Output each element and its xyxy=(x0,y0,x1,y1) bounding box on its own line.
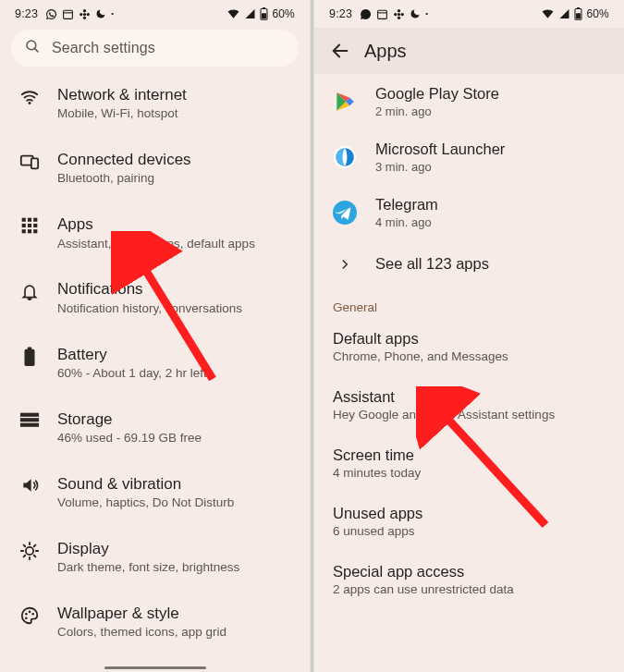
svg-point-46 xyxy=(398,16,400,18)
section-general-label: General xyxy=(314,287,624,318)
row-sub: Notification history, conversations xyxy=(57,301,293,317)
row-sub: 4 minutes today xyxy=(333,466,606,480)
whatsapp-icon xyxy=(45,8,57,20)
svg-rect-25 xyxy=(28,347,32,349)
row-sub: Colors, themed icons, app grid xyxy=(57,625,293,641)
devices-icon xyxy=(17,152,43,172)
settings-item-sound[interactable]: Sound & vibration Volume, haptics, Do No… xyxy=(0,461,310,526)
header-title: Apps xyxy=(364,41,407,62)
status-time: 9:23 xyxy=(329,7,352,20)
app-name: Google Play Store xyxy=(375,85,607,103)
svg-point-41 xyxy=(25,617,28,619)
settings-item-apps[interactable]: Apps Assistant, recent apps, default app… xyxy=(0,202,310,266)
svg-rect-26 xyxy=(20,412,39,416)
row-sub: 60% - About 1 day, 2 hr left xyxy=(57,366,293,382)
wifi-icon xyxy=(541,8,555,19)
whatsapp-icon xyxy=(360,8,372,20)
svg-point-47 xyxy=(394,12,397,15)
general-default-apps[interactable]: Default apps Chrome, Phone, and Messages xyxy=(314,318,624,376)
app-sub: 2 min. ago xyxy=(375,104,607,118)
svg-rect-16 xyxy=(28,218,31,222)
svg-rect-8 xyxy=(263,7,265,9)
svg-point-12 xyxy=(29,102,31,104)
battery-percent: 60% xyxy=(272,7,295,20)
app-sub: 3 min. ago xyxy=(375,160,607,174)
row-sub: Assistant, recent apps, default apps xyxy=(57,237,293,252)
see-all-apps[interactable]: See all 123 apps xyxy=(314,240,624,287)
search-settings[interactable]: Search settings xyxy=(11,30,299,67)
row-title: Notifications xyxy=(57,279,293,299)
nav-indicator xyxy=(104,666,206,669)
svg-line-34 xyxy=(24,544,26,546)
row-title: Sound & vibration xyxy=(57,474,293,494)
svg-rect-23 xyxy=(33,229,37,233)
svg-rect-50 xyxy=(577,7,580,9)
row-sub: Mobile, Wi-Fi, hotspot xyxy=(57,106,293,122)
svg-rect-22 xyxy=(28,229,31,233)
status-bar: 9:23 • 60% xyxy=(314,0,624,28)
general-screen-time[interactable]: Screen time 4 minutes today xyxy=(314,434,624,493)
row-sub: Dark theme, font size, brightness xyxy=(57,560,293,576)
battery-percent: 60% xyxy=(586,7,609,20)
row-title: Special app access xyxy=(333,563,606,580)
svg-point-5 xyxy=(80,12,82,15)
flower-icon xyxy=(79,8,91,20)
general-unused-apps[interactable]: Unused apps 6 unused apps xyxy=(314,493,624,551)
row-title: Battery xyxy=(57,345,293,364)
row-title: Network & internet xyxy=(57,85,293,104)
app-sub: 4 min. ago xyxy=(375,215,607,229)
app-row-play-store[interactable]: Google Play Store 2 min. ago xyxy=(314,74,624,129)
svg-point-44 xyxy=(398,12,400,15)
settings-item-battery[interactable]: Battery 60% - About 1 day, 2 hr left xyxy=(0,332,310,397)
battery-icon xyxy=(260,7,268,20)
app-row-telegram[interactable]: Telegram 4 min. ago xyxy=(314,185,624,240)
wifi-icon xyxy=(226,8,240,19)
sound-icon xyxy=(17,476,43,495)
general-assistant[interactable]: Assistant Hey Google and other Assistant… xyxy=(314,376,624,434)
settings-item-storage[interactable]: Storage 46% used - 69.19 GB free xyxy=(0,397,310,461)
svg-rect-21 xyxy=(22,229,26,233)
svg-line-11 xyxy=(34,48,38,52)
back-button[interactable] xyxy=(325,36,355,66)
apps-icon xyxy=(17,216,43,235)
calendar-icon xyxy=(62,8,74,20)
row-title: Apps xyxy=(57,214,293,234)
svg-rect-18 xyxy=(22,224,26,227)
svg-line-35 xyxy=(34,556,36,557)
settings-screen: 9:23 • 60% xyxy=(0,0,311,672)
row-title: Display xyxy=(57,539,293,558)
row-sub: 6 unused apps xyxy=(333,524,606,538)
wifi-settings-icon xyxy=(17,87,43,107)
svg-point-4 xyxy=(83,16,86,18)
svg-line-37 xyxy=(34,544,36,546)
svg-point-29 xyxy=(26,547,33,555)
row-title: Connected devices xyxy=(57,150,293,169)
row-title: Wallpaper & style xyxy=(57,604,293,623)
row-title: Screen time xyxy=(333,446,606,464)
app-name: Telegram xyxy=(375,196,607,214)
svg-rect-9 xyxy=(262,13,266,18)
row-sub: 2 apps can use unrestricted data xyxy=(333,582,606,596)
svg-point-2 xyxy=(83,12,86,15)
svg-rect-28 xyxy=(20,422,39,426)
search-placeholder: Search settings xyxy=(52,40,155,56)
moon-icon xyxy=(410,8,421,19)
svg-point-45 xyxy=(398,9,400,12)
dot-icon: • xyxy=(111,10,114,18)
svg-rect-0 xyxy=(64,10,73,18)
svg-point-40 xyxy=(31,613,34,616)
palette-icon xyxy=(17,605,43,626)
row-title: Assistant xyxy=(333,388,606,406)
row-title: Unused apps xyxy=(333,505,606,522)
svg-rect-15 xyxy=(22,218,26,222)
settings-item-network[interactable]: Network & internet Mobile, Wi-Fi, hotspo… xyxy=(0,72,310,137)
settings-item-connected-devices[interactable]: Connected devices Bluetooth, pairing xyxy=(0,137,310,202)
app-row-ms-launcher[interactable]: Microsoft Launcher 3 min. ago xyxy=(314,129,624,185)
dot-icon: • xyxy=(425,10,428,18)
settings-item-wallpaper[interactable]: Wallpaper & style Colors, themed icons, … xyxy=(0,591,310,655)
svg-point-48 xyxy=(401,12,404,15)
row-title: Storage xyxy=(57,409,293,429)
settings-item-notifications[interactable]: Notifications Notification history, conv… xyxy=(0,266,310,331)
general-special-access[interactable]: Special app access 2 apps can use unrest… xyxy=(314,551,624,609)
settings-item-display[interactable]: Display Dark theme, font size, brightnes… xyxy=(0,526,310,591)
